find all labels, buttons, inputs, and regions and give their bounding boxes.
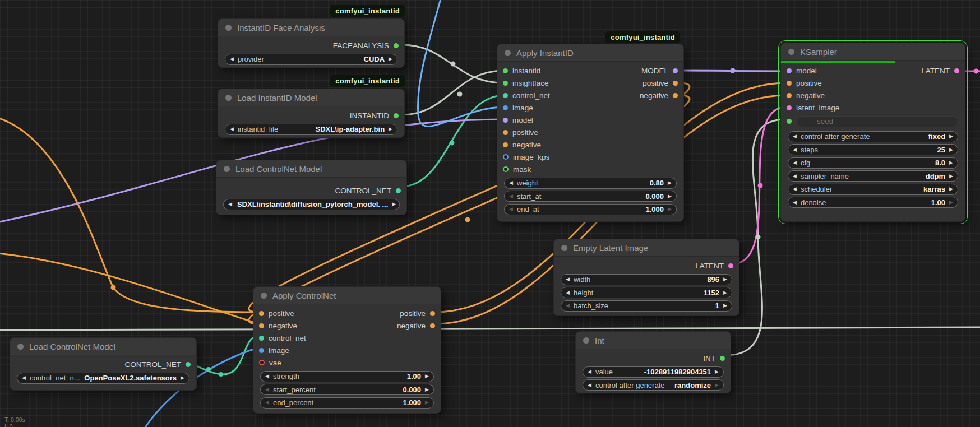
input-slot-icon[interactable] <box>259 348 264 353</box>
input-slot-icon[interactable] <box>259 360 265 365</box>
input-slot-icon[interactable] <box>787 93 792 98</box>
control-net-name-widget[interactable]: ◀ control_net_n... OpenPoseXL2.safetenso… <box>17 373 189 384</box>
control-after-generate-widget[interactable]: ◀ control after generate randomize ▶ <box>583 379 724 391</box>
output-slot-icon[interactable] <box>673 93 678 98</box>
decrement-arrow-icon[interactable]: ◀ <box>509 180 513 185</box>
node-header[interactable]: Load InstantID Model <box>218 89 404 106</box>
collapse-toggle-icon[interactable] <box>561 245 567 251</box>
decrement-arrow-icon[interactable]: ◀ <box>509 194 513 199</box>
decrement-arrow-icon[interactable]: ◀ <box>793 200 797 205</box>
node-header[interactable]: Apply ControlNet <box>253 287 441 304</box>
start-at-widget[interactable]: ◀ start_at 0.000 ▶ <box>504 191 677 202</box>
input-slot-icon[interactable] <box>503 93 508 98</box>
output-slot-icon[interactable] <box>720 356 725 361</box>
increment-arrow-icon[interactable]: ▶ <box>425 400 429 405</box>
input-slot-icon[interactable] <box>259 323 264 328</box>
decrement-arrow-icon[interactable]: ◀ <box>566 303 570 308</box>
input-slot-icon[interactable] <box>503 118 508 123</box>
node-apply-controlnet[interactable]: Apply ControlNet positive positive negat… <box>253 286 441 414</box>
increment-arrow-icon[interactable]: ▶ <box>668 207 672 212</box>
decrement-arrow-icon[interactable]: ◀ <box>793 134 797 139</box>
output-slot-icon[interactable] <box>728 263 733 268</box>
output-slot-icon[interactable] <box>394 113 399 118</box>
control-after-generate-widget[interactable]: ◀ control after generate fixed ▶ <box>788 131 958 142</box>
input-slot-icon[interactable] <box>503 68 508 73</box>
increment-arrow-icon[interactable]: ▶ <box>715 369 719 374</box>
input-slot-icon[interactable] <box>503 154 509 160</box>
output-slot-icon[interactable] <box>430 323 435 328</box>
increment-arrow-icon[interactable]: ▶ <box>723 303 727 308</box>
input-slot-icon[interactable] <box>787 105 792 110</box>
increment-arrow-icon[interactable]: ▶ <box>723 277 727 282</box>
decrement-arrow-icon[interactable]: ◀ <box>566 290 570 295</box>
increment-arrow-icon[interactable]: ▶ <box>723 290 727 295</box>
steps-widget[interactable]: ◀ steps 25 ▶ <box>788 144 958 155</box>
node-header[interactable]: Int <box>576 332 731 349</box>
node-int[interactable]: Int INT ◀ value -1028911982904351 ▶ ◀ co… <box>575 331 731 393</box>
node-header[interactable]: Load ControlNet Model <box>216 160 406 178</box>
output-slot-icon[interactable] <box>673 81 678 86</box>
output-slot-icon[interactable] <box>186 362 191 367</box>
denoise-widget[interactable]: ◀ denoise 1.00 ▶ <box>788 197 958 208</box>
provider-widget[interactable]: ◀ provider CUDA ▶ <box>225 54 397 65</box>
start-percent-widget[interactable]: ◀ start_percent 0.000 ▶ <box>260 384 434 395</box>
node-load-instantid-model[interactable]: Load InstantID Model INSTANTID ◀ instant… <box>218 89 405 138</box>
input-slot-icon[interactable] <box>503 105 508 110</box>
node-apply-instantid[interactable]: Apply InstantID instantid MODEL insightf… <box>497 44 684 222</box>
collapse-toggle-icon[interactable] <box>788 49 794 55</box>
output-slot-icon[interactable] <box>430 311 435 316</box>
decrement-arrow-icon[interactable]: ◀ <box>588 383 591 388</box>
decrement-arrow-icon[interactable]: ◀ <box>793 187 797 192</box>
increment-arrow-icon[interactable]: ▶ <box>389 57 392 62</box>
decrement-arrow-icon[interactable]: ◀ <box>566 277 570 282</box>
increment-arrow-icon[interactable]: ▶ <box>425 387 429 392</box>
node-load-controlnet-model-instantid[interactable]: Load ControlNet Model CONTROL_NET ◀ SDXL… <box>216 160 407 215</box>
increment-arrow-icon[interactable]: ▶ <box>389 127 392 132</box>
output-slot-icon[interactable] <box>396 188 401 193</box>
input-slot-icon[interactable] <box>259 336 264 341</box>
input-slot-icon[interactable] <box>259 311 264 316</box>
height-widget[interactable]: ◀ height 1152 ▶ <box>561 287 732 298</box>
decrement-arrow-icon[interactable]: ◀ <box>793 160 797 165</box>
decrement-arrow-icon[interactable]: ◀ <box>230 57 234 62</box>
instantid-file-widget[interactable]: ◀ instantid_file SDXL\ip-adapter.bin ▶ <box>225 124 397 135</box>
input-slot-icon[interactable] <box>787 119 792 124</box>
collapse-toggle-icon[interactable] <box>261 293 267 299</box>
decrement-arrow-icon[interactable]: ◀ <box>265 387 269 392</box>
node-graph-canvas[interactable]: comfyui_instantid comfyui_instantid comf… <box>0 0 980 427</box>
decrement-arrow-icon[interactable]: ◀ <box>793 174 797 179</box>
increment-arrow-icon[interactable]: ▶ <box>949 160 953 165</box>
increment-arrow-icon[interactable]: ▶ <box>715 383 719 388</box>
increment-arrow-icon[interactable]: ▶ <box>425 374 429 379</box>
increment-arrow-icon[interactable]: ▶ <box>668 180 672 185</box>
input-slot-icon[interactable] <box>787 81 792 86</box>
increment-arrow-icon[interactable]: ▶ <box>949 174 953 179</box>
end-percent-widget[interactable]: ◀ end_percent 1.000 ▶ <box>260 397 434 409</box>
decrement-arrow-icon[interactable]: ◀ <box>265 374 269 379</box>
decrement-arrow-icon[interactable]: ◀ <box>588 369 591 374</box>
decrement-arrow-icon[interactable]: ◀ <box>265 400 269 405</box>
output-slot-icon[interactable] <box>394 43 399 48</box>
input-slot-icon[interactable] <box>787 68 792 73</box>
node-header[interactable]: Empty Latent Image <box>554 239 739 257</box>
strength-widget[interactable]: ◀ strength 1.00 ▶ <box>260 371 434 382</box>
cfg-widget[interactable]: ◀ cfg 8.0 ▶ <box>788 157 958 169</box>
sampler-name-widget[interactable]: ◀ sampler_name ddpm ▶ <box>788 170 958 182</box>
increment-arrow-icon[interactable]: ▶ <box>181 375 184 380</box>
decrement-arrow-icon[interactable]: ◀ <box>22 375 26 380</box>
collapse-toggle-icon[interactable] <box>224 166 230 172</box>
increment-arrow-icon[interactable]: ▶ <box>949 200 953 205</box>
weight-widget[interactable]: ◀ weight 0.80 ▶ <box>504 178 677 189</box>
input-slot-icon[interactable] <box>503 130 508 135</box>
batch-size-widget[interactable]: ◀ batch_size 1 ▶ <box>561 300 732 312</box>
node-ksampler[interactable]: KSampler model LATENT positive negative … <box>780 43 965 222</box>
collapse-toggle-icon[interactable] <box>225 25 232 31</box>
node-empty-latent-image[interactable]: Empty Latent Image LATENT ◀ width 896 ▶ … <box>553 239 739 316</box>
node-instantid-face-analysis[interactable]: InstantID Face Analysis FACEANALYSIS ◀ p… <box>218 18 405 68</box>
output-slot-icon[interactable] <box>954 68 959 73</box>
node-header[interactable]: KSampler <box>781 43 965 61</box>
node-header[interactable]: Apply InstantID <box>497 44 683 62</box>
increment-arrow-icon[interactable]: ▶ <box>949 134 953 139</box>
input-slot-icon[interactable] <box>503 142 508 147</box>
collapse-toggle-icon[interactable] <box>225 95 232 101</box>
